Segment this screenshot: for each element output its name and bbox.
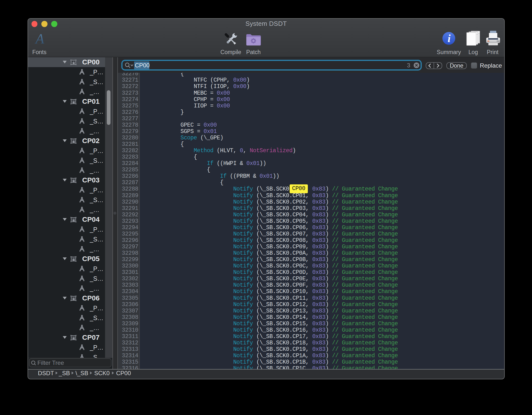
svg-text:i: i	[448, 32, 451, 44]
svg-text:A: A	[34, 32, 44, 46]
